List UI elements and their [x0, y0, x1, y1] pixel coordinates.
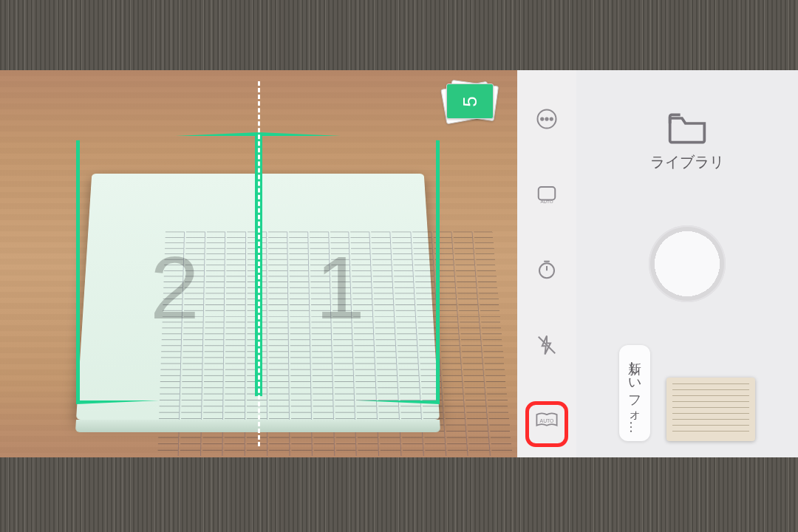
svg-point-3: [550, 117, 553, 120]
last-capture-thumbnail[interactable]: [666, 378, 755, 441]
book-auto-icon: AUTO: [534, 409, 559, 432]
new-folder-chip[interactable]: 新しいフォ…: [619, 345, 650, 441]
svg-point-1: [541, 117, 543, 120]
page-detect-right: [259, 132, 440, 404]
spine-guide-line: [258, 81, 260, 446]
shutter-button[interactable]: [649, 225, 726, 302]
control-panel: ライブラリ 新しいフォ…: [576, 70, 798, 457]
folder-icon: [666, 111, 708, 146]
tool-strip: AUTO AUTO: [517, 70, 576, 457]
flash-button[interactable]: [531, 329, 563, 361]
svg-text:AUTO: AUTO: [540, 418, 554, 423]
timer-button[interactable]: [531, 253, 563, 286]
book-auto-button[interactable]: AUTO: [531, 404, 563, 437]
scanner-app: 2 1 5 AUTO AUTO ライブラリ: [0, 70, 798, 457]
capture-stack-button[interactable]: 5: [442, 81, 501, 129]
more-icon: [536, 108, 558, 130]
auto-frame-icon: AUTO: [536, 183, 558, 205]
auto-frame-button[interactable]: AUTO: [531, 178, 563, 211]
library-button[interactable]: ライブラリ: [650, 111, 724, 172]
svg-point-2: [545, 117, 548, 120]
camera-viewfinder: 2 1 5: [0, 70, 517, 457]
library-label: ライブラリ: [650, 152, 724, 172]
timer-icon: [536, 259, 558, 281]
new-folder-label: 新しいフォ…: [626, 351, 644, 435]
more-button[interactable]: [531, 103, 563, 135]
flash-off-icon: [536, 334, 558, 356]
capture-stack-count: 5: [459, 96, 482, 106]
svg-text:AUTO: AUTO: [540, 199, 553, 204]
page-detect-left: [76, 132, 259, 404]
